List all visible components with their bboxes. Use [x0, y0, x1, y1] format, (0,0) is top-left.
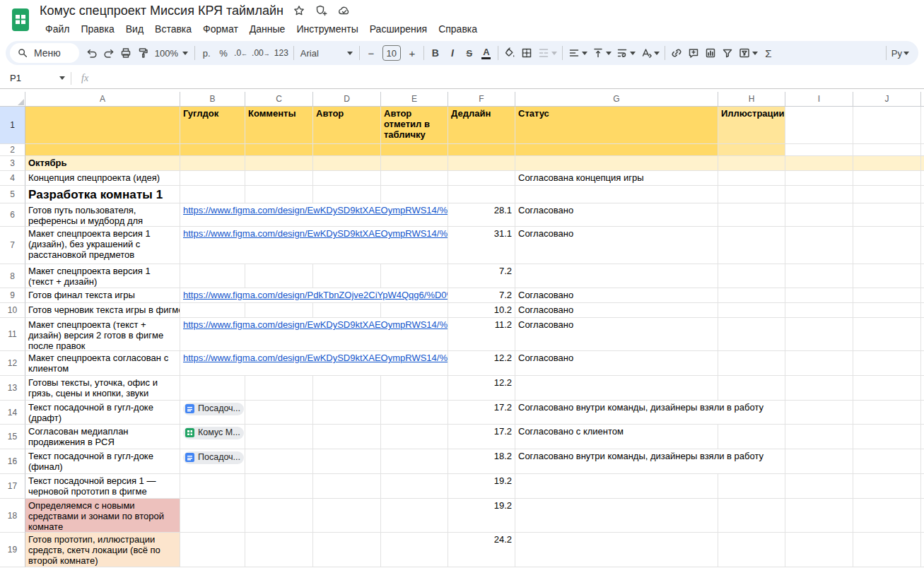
cell-F18[interactable]: 19.2 — [448, 499, 515, 533]
cell-H11[interactable] — [718, 318, 785, 351]
cell-J17[interactable] — [853, 474, 921, 499]
insert-chart-button[interactable] — [702, 44, 719, 62]
column-header-E[interactable]: E — [381, 92, 448, 107]
cell-E16[interactable] — [381, 449, 448, 474]
cell-H18[interactable] — [718, 499, 785, 533]
row-header-3[interactable]: 3 — [0, 156, 25, 171]
cell-I7[interactable] — [785, 227, 853, 264]
cell-D4[interactable] — [313, 171, 381, 186]
cell-C14[interactable] — [245, 401, 313, 425]
cell-A2[interactable] — [25, 144, 180, 156]
cell-J2[interactable] — [853, 144, 921, 156]
cell-B5[interactable] — [180, 186, 245, 203]
cell-G14[interactable]: Согласовано внутри команды, дизайнеры вз… — [515, 401, 785, 425]
cell-D15[interactable] — [313, 425, 381, 449]
cell-H2[interactable] — [718, 144, 785, 156]
font-family-select[interactable]: Arial — [297, 44, 356, 62]
decrease-decimal-button[interactable]: .0← — [232, 44, 250, 62]
cell-H12[interactable] — [718, 351, 785, 376]
text-rotation-button[interactable] — [638, 44, 662, 62]
cell-J13[interactable] — [853, 376, 921, 401]
cell-H3[interactable] — [718, 156, 785, 171]
cell-B3[interactable] — [180, 156, 245, 171]
row-header-11[interactable]: 11 — [0, 318, 25, 351]
cell-H19[interactable] — [718, 533, 785, 567]
cell-C5[interactable] — [245, 186, 313, 203]
cell-G9[interactable]: Согласовано — [515, 288, 718, 303]
cell-E1[interactable]: Автор отметил в табличку — [381, 107, 448, 144]
cell-partial-14[interactable] — [921, 401, 924, 425]
cell-C17[interactable] — [245, 474, 313, 499]
cell-I6[interactable] — [785, 203, 853, 227]
cell-B16[interactable]: Посадоч... — [180, 449, 245, 474]
cell-J8[interactable] — [853, 264, 921, 288]
cell-G15[interactable]: Согласовано с клиентом — [515, 425, 718, 449]
cell-G18[interactable] — [515, 499, 718, 533]
cell-B7[interactable]: https://www.figma.com/design/EwKDySD9ktX… — [180, 227, 448, 264]
cell-I17[interactable] — [785, 474, 853, 499]
cell-I5[interactable] — [785, 186, 853, 203]
column-header-partial[interactable] — [921, 92, 924, 107]
cell-F14[interactable]: 17.2 — [448, 401, 515, 425]
cell-F17[interactable]: 19.2 — [448, 474, 515, 499]
cloud-saved-icon[interactable] — [337, 4, 351, 17]
cell-G1[interactable]: Статус — [515, 107, 718, 144]
cell-A15[interactable]: Согласован медиаплан продвижения в РСЯ — [25, 425, 180, 449]
cell-partial-15[interactable] — [921, 425, 924, 449]
cell-J9[interactable] — [853, 288, 921, 303]
cell-C15[interactable] — [245, 425, 313, 449]
text-wrap-button[interactable] — [614, 44, 638, 62]
filter-views-button[interactable] — [736, 44, 760, 62]
row-header-1[interactable]: 1 — [0, 107, 25, 144]
cell-D8[interactable] — [313, 264, 381, 288]
column-header-B[interactable]: B — [180, 92, 245, 107]
cell-I16[interactable] — [785, 449, 853, 474]
row-header-13[interactable]: 13 — [0, 376, 25, 401]
cell-B18[interactable] — [180, 499, 245, 533]
column-header-J[interactable]: J — [853, 92, 921, 107]
cell-D16[interactable] — [313, 449, 381, 474]
cell-E4[interactable] — [381, 171, 448, 186]
cell-A17[interactable]: Текст посадочной версия 1 — черновой про… — [25, 474, 180, 499]
sheets-logo-icon[interactable] — [10, 6, 31, 34]
cell-B19[interactable] — [180, 533, 245, 567]
cell-I2[interactable] — [785, 144, 853, 156]
cell-G19[interactable] — [515, 533, 718, 567]
row-header-4[interactable]: 4 — [0, 171, 25, 186]
column-header-G[interactable]: G — [515, 92, 718, 107]
cell-partial-11[interactable] — [921, 318, 924, 351]
cell-E19[interactable] — [381, 533, 448, 567]
menu-help[interactable]: Справка — [433, 22, 483, 36]
doc-chip[interactable]: Посадоч... — [183, 403, 244, 415]
cell-J10[interactable] — [853, 303, 921, 318]
cell-D13[interactable] — [313, 376, 381, 401]
cell-E17[interactable] — [381, 474, 448, 499]
cell-F1[interactable]: Дедлайн — [448, 107, 515, 144]
cell-partial-9[interactable] — [921, 288, 924, 303]
menu-file[interactable]: Файл — [40, 22, 75, 36]
row-header-12[interactable]: 12 — [0, 351, 25, 376]
cell-partial-6[interactable] — [921, 203, 924, 227]
cell-H7[interactable] — [718, 227, 785, 264]
cell-F9[interactable]: 7.2 — [448, 288, 515, 303]
cell-F16[interactable]: 18.2 — [448, 449, 515, 474]
percent-format-button[interactable]: % — [215, 44, 232, 62]
cell-J18[interactable] — [853, 499, 921, 533]
cell-F11[interactable]: 11.2 — [448, 318, 515, 351]
cell-D17[interactable] — [313, 474, 381, 499]
cell-B15[interactable]: Комус М... — [180, 425, 245, 449]
menu-data[interactable]: Данные — [244, 22, 291, 36]
cell-A13[interactable]: Готовы тексты, уточка, офис и грязь, сце… — [25, 376, 180, 401]
cell-A6[interactable]: Готов путь пользователя, референсы и муд… — [25, 203, 180, 227]
cell-F5[interactable] — [448, 186, 515, 203]
cell-H8[interactable] — [718, 264, 785, 288]
more-formats-button[interactable]: 123 — [272, 44, 291, 62]
cell-G8[interactable] — [515, 264, 718, 288]
cell-B14[interactable]: Посадоч... — [180, 401, 245, 425]
cell-C13[interactable] — [245, 376, 313, 401]
cell-F4[interactable] — [448, 171, 515, 186]
cell-B1[interactable]: Гуглдок — [180, 107, 245, 144]
figma-link[interactable]: https://www.figma.com/design/PdkTbnZOjve… — [183, 290, 448, 300]
figma-link[interactable]: https://www.figma.com/design/EwKDySD9ktX… — [183, 319, 448, 330]
cell-F10[interactable]: 10.2 — [448, 303, 515, 318]
